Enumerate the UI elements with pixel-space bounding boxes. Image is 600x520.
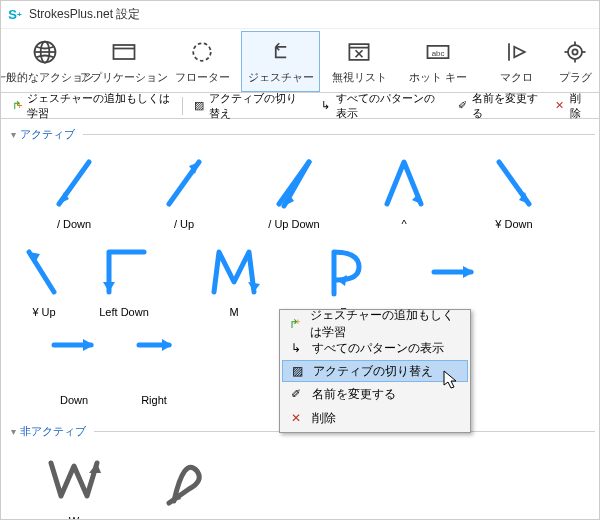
toggle-icon: ▨ [193, 99, 205, 113]
group-title: 非アクティブ [20, 424, 86, 439]
gesture-label: ^ [401, 218, 406, 230]
gesture-yen-up[interactable]: ¥ Up [19, 236, 69, 324]
play-icon [502, 38, 530, 66]
gesture-label: ¥ Up [32, 306, 55, 318]
rename-icon: ✐ [456, 99, 468, 113]
sub-add-learn[interactable]: ↱+ ジェスチャーの追加もしくは学習 [5, 89, 178, 123]
toolbar-plugins[interactable]: プラグ [555, 31, 595, 92]
svg-point-12 [568, 45, 582, 59]
svg-point-5 [193, 43, 211, 61]
separator [182, 97, 183, 115]
window-icon [110, 38, 138, 66]
gesture-x[interactable]: x [129, 445, 239, 520]
gesture-label: / Down [57, 218, 91, 230]
toolbar-label: フローター [175, 70, 230, 85]
delete-icon: ✕ [554, 99, 566, 113]
inactive-gestures: W x [7, 441, 599, 520]
delete-icon: ✕ [288, 411, 304, 425]
add-learn-icon: ↱+ [11, 99, 23, 113]
gear-icon [561, 38, 589, 66]
ctx-add-learn[interactable]: ↱+ ジェスチャーの追加もしくは学習 [282, 312, 468, 336]
patterns-icon: ↳ [288, 341, 304, 355]
toolbar-label: ホット キー [409, 70, 467, 85]
add-learn-icon: ↱+ [288, 317, 302, 331]
window-x-icon [345, 38, 373, 66]
gesture-caret[interactable]: ^ [349, 148, 459, 236]
svg-rect-6 [350, 44, 369, 60]
toolbar-label: 無視リスト [332, 70, 387, 85]
sub-toolbar: ↱+ ジェスチャーの追加もしくは学習 ▨ アクティブの切り替え ↳ すべてのパタ… [1, 93, 599, 119]
toolbar-floaters[interactable]: フローター [163, 31, 241, 92]
gesture-left-down[interactable]: Left Down [69, 236, 179, 324]
ctx-delete[interactable]: ✕ 削除 [282, 406, 468, 430]
gesture-yen-down[interactable]: ¥ Down [459, 148, 569, 236]
svg-text:abc: abc [431, 49, 444, 58]
sub-rename[interactable]: ✐ 名前を変更する [450, 89, 546, 123]
sub-label: 名前を変更する [472, 91, 539, 121]
svg-marker-32 [337, 275, 347, 286]
context-menu: ↱+ ジェスチャーの追加もしくは学習 ↳ すべてのパターンの表示 ▨ アクティブ… [279, 309, 471, 433]
gesture-slash-up[interactable]: / Up [129, 148, 239, 236]
sub-delete[interactable]: ✕ 削除 [548, 89, 595, 123]
gesture-label: W [69, 515, 79, 520]
sub-label: すべてのパターンの表示 [336, 91, 442, 121]
toolbar-hotkeys[interactable]: abc ホット キー [398, 31, 476, 92]
gesture-down[interactable]: Down [19, 324, 129, 412]
ctx-rename[interactable]: ✐ 名前を変更する [282, 382, 468, 406]
gesture-right-partial[interactable]: Right [129, 324, 179, 412]
toolbar-applications[interactable]: アプリケーション [84, 31, 163, 92]
toolbar-label: プラグ [559, 70, 592, 85]
gesture-m[interactable]: M [179, 236, 289, 324]
undo-icon [267, 38, 295, 66]
ctx-label: アクティブの切り替え [313, 363, 433, 380]
rename-icon: ✐ [288, 387, 304, 401]
svg-rect-3 [113, 45, 134, 59]
ctx-toggle-active[interactable]: ▨ アクティブの切り替え [282, 360, 468, 382]
ctx-label: 名前を変更する [312, 386, 396, 403]
gesture-w[interactable]: W [19, 445, 129, 520]
group-title: アクティブ [20, 127, 75, 142]
toolbar-label: ジェスチャー [248, 70, 314, 85]
gesture-label: Down [60, 394, 88, 406]
toolbar-gestures[interactable]: ジェスチャー [241, 31, 319, 92]
gesture-label: / Up [174, 218, 194, 230]
svg-marker-36 [83, 339, 94, 351]
svg-point-13 [573, 49, 578, 54]
patterns-icon: ↳ [320, 99, 332, 113]
titlebar: S+ StrokesPlus.net 設定 [1, 1, 599, 29]
toolbar-macros[interactable]: マクロ [477, 31, 555, 92]
svg-marker-30 [103, 282, 115, 292]
chevron-down-icon: ▾ [11, 129, 16, 140]
toolbar-label: アプリケーション [80, 70, 168, 85]
ctx-label: すべてのパターンの表示 [312, 340, 444, 357]
toolbar-label: マクロ [500, 70, 533, 85]
group-active-header[interactable]: ▾ アクティブ [7, 125, 599, 144]
divider [83, 134, 595, 135]
app-icon: S+ [7, 7, 23, 23]
gesture-label: M [229, 306, 238, 318]
sub-label: ジェスチャーの追加もしくは学習 [27, 91, 172, 121]
sub-show-patterns[interactable]: ↳ すべてのパターンの表示 [314, 89, 448, 123]
svg-marker-34 [463, 266, 474, 278]
toolbar-ignore-list[interactable]: 無視リスト [320, 31, 398, 92]
gesture-label: Right [141, 394, 167, 406]
gesture-label: Left Down [99, 306, 149, 318]
chevron-down-icon: ▾ [11, 426, 16, 437]
gesture-slash-up-down[interactable]: / Up Down [239, 148, 349, 236]
svg-marker-31 [248, 282, 260, 292]
toggle-icon: ▨ [289, 364, 305, 378]
toolbar-general-actions[interactable]: 一般的なアクション [5, 31, 84, 92]
sub-label: 削除 [570, 91, 589, 121]
main-toolbar: 一般的なアクション アプリケーション フローター ジェスチャー 無視リスト ab… [1, 29, 599, 93]
gesture-label: x [181, 515, 187, 520]
svg-marker-38 [162, 339, 172, 351]
sub-toggle-active[interactable]: ▨ アクティブの切り替え [187, 89, 312, 123]
loading-icon [188, 38, 216, 66]
gesture-label: ¥ Down [495, 218, 532, 230]
globe-icon [31, 38, 59, 66]
ctx-label: 削除 [312, 410, 336, 427]
sub-label: アクティブの切り替え [209, 91, 305, 121]
abc-icon: abc [424, 38, 452, 66]
window-title: StrokesPlus.net 設定 [29, 6, 140, 23]
gesture-slash-down[interactable]: / Down [19, 148, 129, 236]
